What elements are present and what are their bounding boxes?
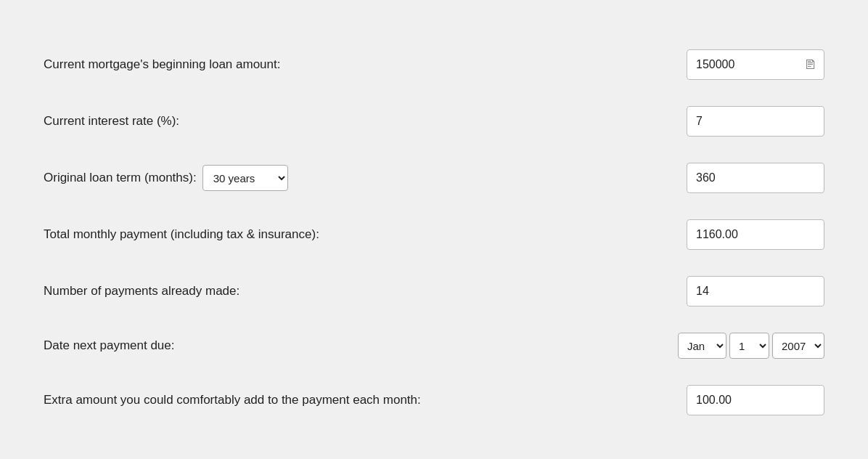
input-payments-made[interactable]: [687, 276, 824, 306]
input-wrapper-loan-amount: 🖹: [687, 49, 824, 80]
select-loan-term[interactable]: 10 years15 years20 years25 years30 years: [202, 165, 288, 191]
right-loan-term: [687, 163, 824, 193]
row-monthly-payment: Total monthly payment (including tax & i…: [44, 206, 824, 263]
label-next-payment-date: Date next payment due:: [44, 338, 678, 353]
day-select[interactable]: 1234567891011121314151617181920212223242…: [729, 333, 769, 359]
row-extra-amount: Extra amount you could comfortably add t…: [44, 372, 824, 428]
label-loan-term: Original loan term (months):10 years15 y…: [44, 165, 687, 191]
right-monthly-payment: [687, 219, 824, 250]
row-payments-made: Number of payments already made:: [44, 263, 824, 320]
row-next-payment-date: Date next payment due:JanFebMarAprMayJun…: [44, 320, 824, 372]
input-loan-amount[interactable]: [687, 49, 824, 80]
right-next-payment-date: JanFebMarAprMayJunJulAugSepOctNovDec1234…: [678, 333, 824, 359]
input-interest-rate[interactable]: [687, 106, 824, 137]
label-interest-rate: Current interest rate (%):: [44, 114, 687, 129]
row-loan-term: Original loan term (months):10 years15 y…: [44, 150, 824, 206]
row-interest-rate: Current interest rate (%):: [44, 93, 824, 150]
right-loan-amount: 🖹: [687, 49, 824, 80]
input-monthly-payment[interactable]: [687, 219, 824, 250]
label-monthly-payment: Total monthly payment (including tax & i…: [44, 227, 687, 242]
form-container: Current mortgage's beginning loan amount…: [15, 15, 853, 459]
label-payments-made: Number of payments already made:: [44, 284, 687, 298]
date-group-next-payment-date: JanFebMarAprMayJunJulAugSepOctNovDec1234…: [678, 333, 824, 359]
input-loan-term[interactable]: [687, 163, 824, 193]
year-select[interactable]: 200520062007200820092010: [772, 333, 824, 359]
right-interest-rate: [687, 106, 824, 137]
month-select[interactable]: JanFebMarAprMayJunJulAugSepOctNovDec: [678, 333, 726, 359]
right-extra-amount: [687, 385, 824, 415]
label-loan-amount: Current mortgage's beginning loan amount…: [44, 57, 687, 72]
label-extra-amount: Extra amount you could comfortably add t…: [44, 393, 687, 407]
row-loan-amount: Current mortgage's beginning loan amount…: [44, 36, 824, 93]
input-extra-amount[interactable]: [687, 385, 824, 415]
right-payments-made: [687, 276, 824, 306]
